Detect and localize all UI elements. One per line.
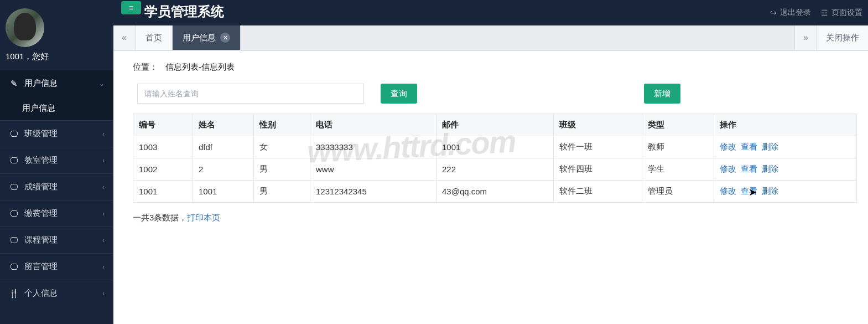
action-row: 查询 新增 (133, 84, 857, 104)
double-chevron-left-icon: « (122, 33, 127, 43)
chevron-left-icon: ‹ (102, 263, 105, 271)
content-area: ➤ www.httrd.com 位置： 信息列表-信息列表 查询 新增 编号 姓… (113, 50, 868, 324)
table-cell: 43@qq.com (436, 181, 554, 203)
logout-link[interactable]: ↪ 退出登录 (770, 8, 811, 18)
row-action-delete[interactable]: 删除 (762, 142, 778, 151)
sidebar-item-label: 教室管理 (24, 155, 58, 166)
data-table: 编号 姓名 性别 电话 邮件 班级 类型 操作 1003dfdf女3333333… (133, 114, 857, 203)
page-settings-label: 页面设置 (831, 8, 862, 18)
table-cell: www (310, 158, 436, 181)
chevron-left-icon: ‹ (102, 236, 105, 244)
settings-icon: ☲ (821, 8, 828, 17)
chevron-down-icon: ⌄ (99, 80, 105, 88)
chevron-left-icon: ‹ (102, 130, 105, 138)
table-cell: 1003 (133, 136, 193, 158)
row-action-delete[interactable]: 删除 (762, 164, 778, 173)
row-action-view[interactable]: 查看 (741, 186, 757, 196)
monitor-icon: 🖵 (9, 262, 19, 271)
tab-home[interactable]: 首页 (136, 25, 173, 50)
monitor-icon: 🖵 (9, 209, 19, 218)
sidebar-item-course[interactable]: 🖵 课程管理 ‹ (0, 227, 113, 253)
monitor-icon: 🖵 (9, 156, 19, 165)
tabs-container: 首页 用户信息 ✕ (136, 25, 241, 50)
tab-scroll-right[interactable]: » (794, 25, 817, 50)
table-cell-actions: 修改 查看 删除 (714, 136, 857, 158)
search-input[interactable] (137, 84, 364, 104)
tabs-bar: « 首页 用户信息 ✕ » 关闭操作 (113, 25, 868, 50)
th-action: 操作 (714, 114, 857, 136)
tab-close-operations[interactable]: 关闭操作 (817, 25, 868, 50)
sidebar-item-label: 缴费管理 (24, 208, 58, 219)
sidebar-item-label: 班级管理 (24, 128, 58, 139)
main-area: ≡ 学员管理系统 ↪ 退出登录 ☲ 页面设置 « 首页 (113, 0, 868, 324)
table-row: 1003dfdf女333333331001软件一班教师修改 查看 删除 (133, 136, 857, 158)
th-class: 班级 (554, 114, 642, 136)
th-email: 邮件 (436, 114, 554, 136)
sidebar-item-payment[interactable]: 🖵 缴费管理 ‹ (0, 200, 113, 227)
avatar-section: 1001，您好 (0, 0, 113, 70)
sidebar-item-profile[interactable]: 🍴 个人信息 ‹ (0, 280, 113, 306)
sidebar-item-class[interactable]: 🖵 班级管理 ‹ (0, 120, 113, 147)
table-cell: 222 (436, 158, 554, 181)
table-cell: 软件四班 (554, 158, 642, 181)
chevron-left-icon: ‹ (102, 157, 105, 164)
table-cell: 33333333 (310, 136, 436, 158)
row-action-edit[interactable]: 修改 (720, 142, 736, 151)
sidebar-item-message[interactable]: 🖵 留言管理 ‹ (0, 253, 113, 280)
th-phone: 电话 (310, 114, 436, 136)
search-button[interactable]: 查询 (381, 84, 417, 104)
app-title: 学员管理系统 (144, 3, 224, 20)
table-row: 10011001男1231234234543@qq.com软件二班管理员修改 查… (133, 181, 857, 203)
sidebar-item-label: 个人信息 (24, 288, 58, 299)
th-type: 类型 (642, 114, 714, 136)
sidebar-item-label: 用户信息 (24, 78, 58, 89)
tab-scroll-left[interactable]: « (113, 25, 136, 50)
th-gender: 性别 (254, 114, 310, 136)
logout-icon: ↪ (770, 8, 777, 17)
table-cell: 软件一班 (554, 136, 642, 158)
sidebar-nav: ✎ 用户信息 ⌄ 用户信息 🖵 班级管理 ‹ 🖵 教室管理 ‹ 🖵 成绩管理 ‹ (0, 70, 113, 324)
table-cell: 12312342345 (310, 181, 436, 203)
row-action-view[interactable]: 查看 (741, 142, 757, 151)
table-cell: 男 (254, 158, 310, 181)
avatar[interactable] (6, 8, 44, 47)
th-name: 姓名 (193, 114, 254, 136)
tab-close-button[interactable]: ✕ (220, 33, 230, 43)
logout-label: 退出登录 (780, 8, 811, 18)
row-action-delete[interactable]: 删除 (762, 186, 778, 196)
tab-userinfo[interactable]: 用户信息 ✕ (173, 25, 241, 50)
topbar: ≡ 学员管理系统 ↪ 退出登录 ☲ 页面设置 (113, 0, 868, 25)
table-cell: dfdf (193, 136, 254, 158)
table-cell: 1002 (133, 158, 193, 181)
sidebar-item-label: 留言管理 (24, 261, 58, 272)
sidebar-item-userinfo[interactable]: ✎ 用户信息 ⌄ (0, 70, 113, 96)
table-cell: 1001 (133, 181, 193, 203)
table-header-row: 编号 姓名 性别 电话 邮件 班级 类型 操作 (133, 114, 857, 136)
row-action-view[interactable]: 查看 (741, 164, 757, 173)
table-cell: 教师 (642, 136, 714, 158)
edit-icon: ✎ (9, 79, 19, 89)
table-cell: 学生 (642, 158, 714, 181)
row-action-edit[interactable]: 修改 (720, 164, 736, 173)
monitor-icon: 🖵 (9, 182, 19, 192)
hamburger-button[interactable]: ≡ (121, 1, 141, 14)
table-cell-actions: 修改 查看 删除 (714, 181, 857, 203)
table-cell: 1001 (436, 136, 554, 158)
chevron-left-icon: ‹ (102, 210, 105, 218)
sidebar-subitem-userinfo[interactable]: 用户信息 (0, 96, 113, 120)
sidebar: 1001，您好 ✎ 用户信息 ⌄ 用户信息 🖵 班级管理 ‹ 🖵 教室管理 ‹ (0, 0, 113, 324)
sidebar-item-classroom[interactable]: 🖵 教室管理 ‹ (0, 147, 113, 173)
row-action-edit[interactable]: 修改 (720, 186, 736, 196)
table-row: 10022男www222软件四班学生修改 查看 删除 (133, 158, 857, 181)
page-settings-link[interactable]: ☲ 页面设置 (821, 8, 862, 18)
table-cell: 2 (193, 158, 254, 181)
monitor-icon: 🖵 (9, 129, 19, 138)
add-button[interactable]: 新增 (644, 84, 680, 104)
sidebar-subitem-label: 用户信息 (22, 103, 55, 112)
th-id: 编号 (133, 114, 193, 136)
sidebar-item-score[interactable]: 🖵 成绩管理 ‹ (0, 173, 113, 200)
sidebar-item-label: 课程管理 (24, 235, 58, 245)
table-cell: 男 (254, 181, 310, 203)
print-link[interactable]: 打印本页 (187, 213, 220, 222)
table-cell: 1001 (193, 181, 254, 203)
